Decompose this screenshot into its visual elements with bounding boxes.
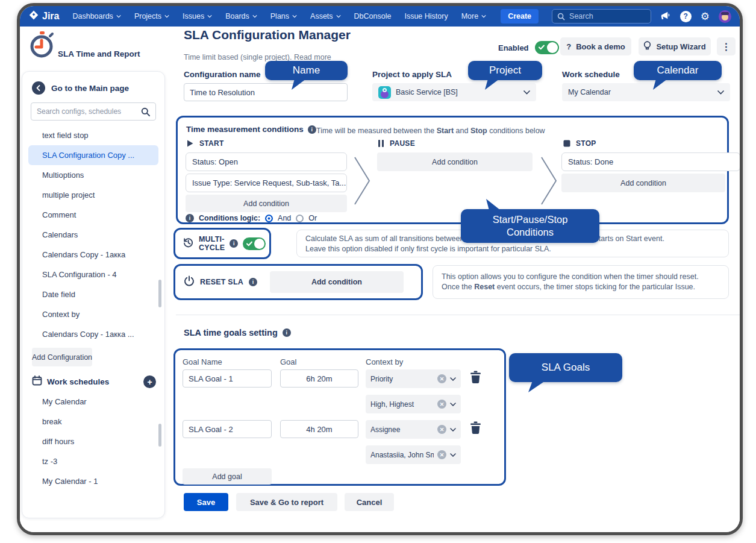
bulb-icon — [643, 41, 651, 52]
config-name-input[interactable] — [184, 83, 348, 101]
sidebar: Go to the Main page text field stop SLA … — [22, 71, 165, 518]
stop-add-condition-button[interactable]: Add condition — [561, 174, 725, 192]
nav-item-projects[interactable]: Projects — [134, 12, 169, 20]
jira-logo[interactable]: Jira — [28, 10, 59, 23]
project-select[interactable]: Basic Service [BS] — [372, 83, 536, 101]
pause-column-header: PAUSE — [378, 139, 415, 148]
config-item[interactable]: Date field — [28, 284, 158, 304]
nav-item-boards[interactable]: Boards — [225, 12, 257, 20]
config-item[interactable]: SLA Configuration - 4 — [28, 265, 158, 284]
context-field-select[interactable]: Assignee ✕ — [366, 420, 461, 439]
schedule-item[interactable]: My Calendar — [28, 392, 158, 412]
sidebar-search[interactable] — [31, 102, 156, 121]
config-item[interactable]: Calendars Copy - 1акка ... — [28, 324, 158, 344]
schedule-select[interactable]: My Calendar — [562, 83, 730, 101]
config-item-selected[interactable]: SLA Configuration Copy ... — [28, 145, 158, 165]
create-button[interactable]: Create — [501, 9, 539, 24]
goal-name-input[interactable] — [183, 420, 272, 438]
gear-icon[interactable]: ⚙ — [701, 11, 710, 22]
stop-condition-chip[interactable]: Status: Done — [561, 152, 740, 171]
schedule-item[interactable]: break — [28, 412, 158, 432]
callout-tail — [485, 199, 501, 210]
navbar-search-input[interactable] — [569, 12, 636, 20]
context-by-column-header: Context by — [366, 357, 403, 366]
delete-goal-icon[interactable] — [470, 371, 481, 386]
info-icon[interactable]: i — [230, 239, 238, 248]
enabled-toggle[interactable] — [535, 41, 559, 54]
start-condition-chip[interactable]: Issue Type: Service Request, Sub-task, T… — [186, 174, 347, 192]
cancel-button[interactable]: Cancel — [345, 493, 394, 511]
nav-item-dashboards[interactable]: Dashboards — [72, 12, 120, 20]
schedule-item[interactable]: tz -3 — [28, 451, 158, 471]
jira-logo-text: Jira — [42, 11, 59, 22]
page-subtitle: Time limit based (single project). Read … — [184, 53, 331, 61]
stop-column-header: STOP — [563, 139, 596, 148]
start-add-condition-button[interactable]: Add condition — [186, 195, 347, 212]
configs-scrollbar[interactable] — [158, 280, 161, 307]
more-actions-kebab[interactable]: ⋮ — [717, 37, 736, 55]
back-to-main-link[interactable]: Go to the Main page — [22, 80, 164, 95]
add-schedule-button[interactable]: + — [143, 375, 156, 388]
logic-or-radio[interactable] — [296, 215, 304, 222]
nav-item-more[interactable]: More — [461, 12, 486, 20]
nav-item-issues[interactable]: Issues — [183, 12, 212, 20]
enabled-control: Enabled — [498, 41, 559, 54]
config-item[interactable]: Calendars Copy - 1акка — [28, 245, 158, 265]
reset-add-condition-button[interactable]: Add condition — [270, 271, 404, 293]
nav-item-issue-history[interactable]: Issue History — [404, 12, 448, 20]
goal-time-input[interactable] — [280, 420, 358, 438]
config-item[interactable]: multiple project — [28, 185, 158, 205]
clear-icon[interactable]: ✕ — [437, 374, 446, 383]
user-avatar[interactable] — [719, 10, 731, 23]
clear-icon[interactable]: ✕ — [437, 450, 446, 459]
nav-item-assets[interactable]: Assets — [310, 12, 341, 20]
start-condition-chip[interactable]: Status: Open — [186, 152, 347, 171]
callout-tail — [290, 79, 306, 90]
config-item[interactable]: text field stop — [28, 125, 158, 145]
delete-goal-icon[interactable] — [470, 421, 481, 437]
info-icon[interactable]: i — [283, 328, 291, 337]
chevron-down-icon — [336, 14, 341, 19]
save-button[interactable]: Save — [184, 493, 228, 511]
back-arrow-icon — [32, 81, 45, 95]
context-field-select[interactable]: Priority ✕ — [366, 369, 461, 388]
add-configuration-button[interactable]: Add Configuration — [32, 348, 92, 366]
add-goal-button[interactable]: Add goal — [183, 468, 272, 485]
time-measurement-helper: Time will be measured between the Start … — [316, 127, 545, 135]
help-icon[interactable]: ? — [680, 11, 692, 22]
sidebar-search-input[interactable] — [37, 107, 137, 116]
schedule-item[interactable]: diff hours — [28, 432, 158, 451]
clear-icon[interactable]: ✕ — [437, 425, 446, 434]
context-value-select[interactable]: Anastasiia, John Smit... ✕ — [366, 445, 461, 464]
info-icon[interactable]: i — [308, 125, 316, 134]
work-schedules-header: Work schedules + — [32, 375, 156, 388]
logic-and-radio[interactable] — [265, 215, 273, 222]
read-more-link[interactable]: Read more — [294, 53, 331, 61]
pause-add-condition-button[interactable]: Add condition — [377, 152, 533, 171]
schedule-item[interactable]: My Calendar - 1 — [28, 471, 158, 491]
schedules-scrollbar[interactable] — [158, 424, 161, 447]
config-item[interactable]: Multioptions — [28, 165, 158, 185]
announcements-icon[interactable] — [660, 10, 671, 23]
multi-cycle-toggle[interactable] — [243, 237, 266, 250]
book-demo-button[interactable]: ? Book a demo — [560, 37, 631, 55]
toggle-knob — [547, 42, 558, 53]
context-value-select[interactable]: High, Highest ✕ — [366, 395, 461, 413]
chevron-down-icon — [252, 14, 257, 19]
clear-icon[interactable]: ✕ — [437, 400, 446, 409]
nav-item-dbconsole[interactable]: DbConsole — [354, 12, 392, 20]
multi-cycle-control: MULTI-CYCLE i — [173, 228, 271, 259]
config-list: text field stop SLA Configuration Copy .… — [22, 125, 164, 344]
time-measurement-section: Time measurement conditions i Time will … — [176, 116, 729, 224]
config-item[interactable]: Calendars — [28, 225, 158, 245]
nav-item-plans[interactable]: Plans — [270, 12, 297, 20]
navbar-search[interactable] — [552, 9, 651, 24]
goal-name-input[interactable] — [183, 369, 272, 388]
info-icon[interactable]: i — [186, 214, 194, 222]
info-icon[interactable]: i — [249, 278, 257, 286]
config-item[interactable]: Context by — [28, 304, 158, 324]
setup-wizard-button[interactable]: Setup Wizard — [639, 37, 711, 55]
goal-time-input[interactable] — [280, 369, 358, 388]
save-go-report-button[interactable]: Save & Go to report — [236, 493, 337, 511]
config-item[interactable]: Comment — [28, 205, 158, 225]
